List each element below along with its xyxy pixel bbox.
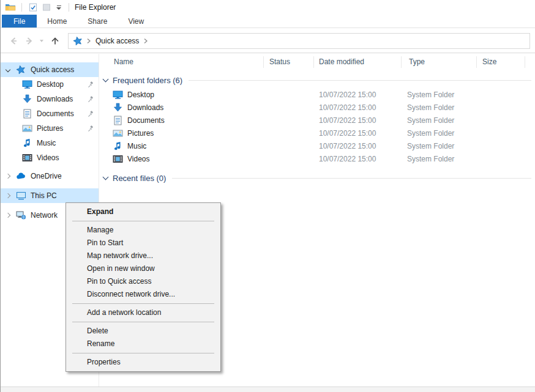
sidebar-item-label: Downloads	[37, 95, 73, 103]
file-row-desktop[interactable]: Desktop 10/07/2022 15:00 System Folder	[99, 88, 535, 101]
properties-icon[interactable]	[28, 2, 39, 13]
back-icon[interactable]	[7, 34, 20, 48]
column-header-status[interactable]: Status	[269, 57, 290, 66]
column-header-name[interactable]: Name	[114, 57, 133, 66]
file-date-modified: 10/07/2022 15:00	[319, 142, 376, 150]
videos-icon	[113, 154, 123, 164]
address-bar[interactable]: Quick access	[68, 33, 530, 49]
breadcrumb-quick-access[interactable]: Quick access	[95, 37, 139, 45]
file-row-documents[interactable]: Documents 10/07/2022 15:00 System Folder	[99, 114, 535, 127]
breadcrumb-chevron-icon[interactable]	[86, 38, 91, 44]
desktop-icon	[22, 80, 32, 89]
menu-item-pin-to-quick-access[interactable]: Pin to Quick access	[66, 275, 220, 288]
status-bar	[1, 386, 535, 392]
file-type: System Folder	[407, 91, 454, 99]
menu-item-map-network-drive[interactable]: Map network drive...	[66, 250, 220, 262]
quick-access-star-icon[interactable]	[73, 36, 83, 46]
column-divider[interactable]	[401, 56, 402, 68]
sidebar-item-label: This PC	[31, 191, 57, 200]
menu-item-add-network-location[interactable]: Add a network location	[66, 306, 220, 319]
file-row-videos[interactable]: Videos 10/07/2022 15:00 System Folder	[99, 152, 535, 165]
sidebar-item-pictures[interactable]: Pictures	[1, 121, 99, 136]
sidebar-item-label: Pictures	[37, 124, 63, 133]
customize-quick-access-toolbar-dropdown-icon[interactable]	[54, 2, 63, 13]
network-icon	[16, 210, 26, 220]
file-date-modified: 10/07/2022 15:00	[319, 155, 376, 163]
file-name: Videos	[127, 155, 149, 163]
sidebar-item-label: Network	[31, 211, 58, 220]
sidebar-item-label: Videos	[37, 153, 59, 162]
column-header-size[interactable]: Size	[482, 57, 496, 66]
recent-locations-dropdown-icon[interactable]	[40, 40, 43, 42]
new-folder-icon[interactable]	[41, 2, 52, 13]
menu-item-pin-to-start[interactable]: Pin to Start	[66, 237, 220, 250]
file-type: System Folder	[407, 116, 454, 125]
menu-item-open-in-new-window[interactable]: Open in new window	[66, 262, 220, 275]
tab-share[interactable]: Share	[77, 15, 118, 28]
up-icon[interactable]	[48, 34, 62, 48]
sidebar-item-documents[interactable]: Documents	[1, 106, 99, 121]
expander-right-icon[interactable]	[6, 213, 12, 217]
menu-item-disconnect-network-drive[interactable]: Disconnect network drive...	[66, 288, 220, 301]
sidebar-item-onedrive[interactable]: OneDrive	[1, 169, 99, 183]
menu-item-manage[interactable]: Manage	[66, 224, 220, 237]
menu-item-properties[interactable]: Properties	[66, 356, 220, 369]
pin-icon[interactable]	[88, 111, 94, 117]
expander-right-icon[interactable]	[6, 174, 12, 178]
titlebar-separator	[69, 3, 69, 12]
window-title: File Explorer	[75, 3, 116, 12]
sidebar-item-label: OneDrive	[31, 172, 62, 180]
column-divider[interactable]	[263, 56, 264, 68]
collapse-chevron-icon	[103, 174, 109, 180]
file-row-music[interactable]: Music 10/07/2022 15:00 System Folder	[99, 139, 535, 152]
file-row-downloads[interactable]: Downloads 10/07/2022 15:00 System Folder	[99, 101, 535, 114]
expander-right-icon[interactable]	[6, 194, 12, 198]
onedrive-icon	[16, 171, 26, 181]
file-name: Documents	[127, 116, 165, 125]
breadcrumb-chevron-icon[interactable]	[143, 38, 148, 44]
group-header-line	[172, 178, 531, 179]
file-date-modified: 10/07/2022 15:00	[319, 116, 376, 125]
file-name: Music	[127, 142, 146, 150]
column-header-date-modified[interactable]: Date modified	[319, 57, 364, 66]
column-header-type[interactable]: Type	[409, 57, 425, 66]
tab-file[interactable]: File	[2, 15, 37, 28]
sidebar-item-label: Desktop	[37, 80, 64, 89]
group-header-frequent-folders[interactable]: Frequent folders (6)	[99, 72, 535, 88]
pin-icon[interactable]	[88, 81, 94, 88]
sidebar-item-this-pc[interactable]: This PC	[1, 188, 99, 203]
sidebar-item-desktop[interactable]: Desktop	[1, 77, 99, 92]
sidebar-item-downloads[interactable]: Downloads	[1, 92, 99, 106]
column-divider[interactable]	[525, 56, 525, 68]
navigation-bar: Quick access	[1, 29, 535, 53]
menu-item-rename[interactable]: Rename	[66, 338, 220, 350]
tab-home[interactable]: Home	[37, 15, 77, 28]
file-row-pictures[interactable]: Pictures 10/07/2022 15:00 System Folder	[99, 127, 535, 139]
downloads-icon	[22, 94, 32, 104]
forward-icon[interactable]	[23, 34, 36, 48]
documents-icon	[22, 109, 32, 119]
quick-access-star-icon	[16, 65, 26, 75]
column-divider[interactable]	[313, 56, 314, 68]
file-date-modified: 10/07/2022 15:00	[319, 103, 376, 112]
column-divider[interactable]	[476, 56, 477, 68]
pin-icon[interactable]	[88, 96, 94, 103]
group-header-label: Recent files (0)	[113, 174, 166, 183]
file-date-modified: 10/07/2022 15:00	[319, 91, 376, 99]
sidebar-item-quick-access[interactable]: Quick access	[1, 62, 99, 77]
menu-separator	[72, 353, 214, 353]
app-folder-icon[interactable]	[5, 2, 16, 13]
titlebar-separator	[21, 3, 22, 12]
file-date-modified: 10/07/2022 15:00	[319, 129, 376, 138]
menu-item-expand[interactable]: Expand	[66, 205, 220, 218]
sidebar-item-videos[interactable]: Videos	[1, 150, 99, 165]
tab-view[interactable]: View	[118, 15, 154, 28]
menu-item-delete[interactable]: Delete	[66, 325, 220, 338]
ribbon-tabs: File Home Share View	[1, 15, 535, 28]
expander-down-icon[interactable]	[6, 68, 12, 72]
sidebar-item-label: Quick access	[31, 65, 74, 74]
pin-icon[interactable]	[88, 125, 94, 132]
desktop-icon	[113, 90, 123, 100]
group-header-recent-files[interactable]: Recent files (0)	[99, 170, 535, 186]
sidebar-item-music[interactable]: Music	[1, 136, 99, 150]
